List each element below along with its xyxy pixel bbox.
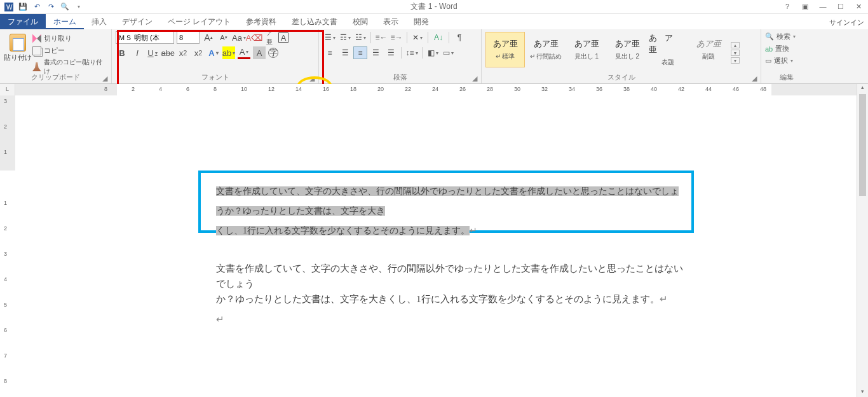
paragraph-launcher-icon[interactable]: ◢ <box>472 74 478 81</box>
ruler-horizontal-wrap: L 82468101214161820222426283032343638404… <box>0 84 868 95</box>
tab-home[interactable]: ホーム <box>46 14 84 29</box>
style-subtitle[interactable]: あア亜副題 <box>689 32 728 67</box>
tab-file[interactable]: ファイル <box>0 14 46 29</box>
replace-icon: ab <box>765 45 773 53</box>
style-title[interactable]: あ ア 亜表題 <box>648 32 688 67</box>
group-editing: 🔍検索▾ ab置換 ▭選択▾ 編集 <box>761 29 812 83</box>
font-color-icon[interactable]: A <box>238 46 250 59</box>
font-name-input[interactable] <box>116 31 174 44</box>
borders-icon[interactable]: ▭ <box>441 46 455 59</box>
group-label: 編集 <box>761 73 812 82</box>
clipboard-launcher-icon[interactable]: ◢ <box>102 74 109 81</box>
font-launcher-icon[interactable]: ◢ <box>309 74 316 81</box>
tab-developer[interactable]: 開発 <box>406 14 437 29</box>
line-spacing-icon[interactable]: ↕≡ <box>405 46 419 59</box>
print-preview-icon[interactable]: 🔍 <box>60 2 70 12</box>
redo-icon[interactable]: ↷ <box>46 2 56 12</box>
increase-indent-icon[interactable]: ≡→ <box>390 31 403 44</box>
quick-access-toolbar: W 💾 ↶ ↷ 🔍 ▾ <box>0 2 84 12</box>
paste-button[interactable]: 貼り付け <box>4 31 32 74</box>
tab-references[interactable]: 参考資料 <box>238 14 284 29</box>
cut-icon <box>32 34 41 43</box>
paste-icon <box>10 34 26 52</box>
show-marks-icon[interactable]: ¶ <box>452 31 466 44</box>
underline-icon[interactable]: U <box>146 46 159 59</box>
distribute-icon[interactable]: ☰ <box>384 46 398 59</box>
italic-icon[interactable]: I <box>131 46 144 59</box>
page-canvas[interactable]: 文書を作成していて、文字の大きさや、行の間隔以外でゆったりとした文書を作成したい… <box>15 95 857 397</box>
scrollbar-up-icon[interactable]: ▴ <box>857 84 868 93</box>
scrollbar-vertical[interactable]: ▴ ▾ <box>857 84 868 397</box>
styles-more[interactable]: ▴▾▾ <box>731 42 740 64</box>
decrease-indent-icon[interactable]: ≡← <box>374 31 388 44</box>
tab-mailings[interactable]: 差し込み文書 <box>284 14 345 29</box>
font-size-input[interactable] <box>177 31 200 44</box>
align-center-icon[interactable]: ☰ <box>338 46 352 59</box>
tab-insert[interactable]: 挿入 <box>84 14 114 29</box>
highlight-icon[interactable]: ab <box>222 46 235 59</box>
close-icon[interactable]: ✕ <box>853 3 864 11</box>
align-left-icon[interactable]: ≡ <box>323 46 337 59</box>
style-normal[interactable]: あア亜↵ 標準 <box>485 32 525 67</box>
cut-button[interactable]: 切り取り <box>32 34 107 43</box>
bold-icon[interactable]: B <box>116 46 128 59</box>
group-label: 段落 <box>319 73 481 82</box>
enclose-char-icon[interactable]: 字 <box>268 48 278 58</box>
title-bar: W 💾 ↶ ↷ 🔍 ▾ 文書 1 - Word ? ▣ — ☐ ✕ <box>0 0 868 14</box>
subscript-icon[interactable]: x2 <box>177 46 189 59</box>
style-heading2[interactable]: あア亜見出し 2 <box>607 32 647 67</box>
copy-button[interactable]: コピー <box>32 46 107 55</box>
asian-layout-icon[interactable]: ✕ <box>410 31 424 44</box>
replace-button[interactable]: ab置換 <box>765 44 808 53</box>
tab-layout[interactable]: ページ レイアウト <box>160 14 238 29</box>
undo-icon[interactable]: ↶ <box>32 2 42 12</box>
sort-icon[interactable]: A↓ <box>431 31 445 44</box>
clear-formatting-icon[interactable]: A⌫ <box>248 31 261 44</box>
style-heading1[interactable]: あア亜見出し 1 <box>567 32 606 67</box>
ruler-vertical[interactable]: 32112345678910 <box>0 95 15 397</box>
scrollbar-thumb[interactable] <box>859 94 866 196</box>
shrink-font-icon[interactable]: A▾ <box>217 31 230 44</box>
paper: 文書を作成していて、文字の大きさや、行の間隔以外でゆったりとした文書を作成したい… <box>117 95 771 397</box>
help-icon[interactable]: ? <box>782 3 793 11</box>
word-app-icon: W <box>4 2 14 12</box>
align-right-icon[interactable]: ≡ <box>353 46 367 59</box>
strikethrough-icon[interactable]: abc <box>161 46 174 59</box>
phonetic-guide-icon[interactable]: ア亜 <box>263 31 276 44</box>
select-button[interactable]: ▭選択▾ <box>765 56 808 66</box>
scrollbar-down-icon[interactable]: ▾ <box>857 388 868 397</box>
ribbon: 貼り付け 切り取り コピー 書式のコピー/貼り付け クリップボード ◢ A▴ A… <box>0 29 868 84</box>
numbering-icon[interactable]: ☶ <box>338 31 352 44</box>
sign-in-link[interactable]: サインイン <box>829 18 864 27</box>
justify-icon[interactable]: ☰ <box>369 46 383 59</box>
style-no-spacing[interactable]: あア亜↵ 行間詰め <box>526 32 566 67</box>
minimize-icon[interactable]: — <box>817 3 829 11</box>
bullets-icon[interactable]: ☰ <box>323 31 337 44</box>
group-font: A▴ A▾ Aa A⌫ ア亜 A B I U abc x2 x2 A ab A … <box>112 29 319 83</box>
find-icon: 🔍 <box>765 32 774 41</box>
save-icon[interactable]: 💾 <box>18 2 28 12</box>
change-case-icon[interactable]: Aa <box>233 31 245 44</box>
grow-font-icon[interactable]: A▴ <box>202 31 215 44</box>
copy-icon <box>32 46 41 55</box>
group-label: スタイル <box>482 73 761 82</box>
shading-icon[interactable]: ◧ <box>426 46 440 59</box>
char-border-icon[interactable]: A <box>278 32 288 43</box>
window-buttons: ? ▣ — ☐ ✕ <box>782 3 868 11</box>
ruler-corner: L <box>0 84 15 95</box>
group-paragraph: ☰ ☶ ☳ ≡← ≡→ ✕ A↓ ¶ ≡ ☰ ≡ ☰ ☰ ↕≡ ◧ ▭ 段落 ◢ <box>319 29 482 83</box>
tab-view[interactable]: 表示 <box>376 14 406 29</box>
char-shading-icon[interactable]: A <box>253 46 266 59</box>
text-effects-icon[interactable]: A <box>207 46 220 59</box>
group-label: フォント <box>112 73 318 82</box>
styles-launcher-icon[interactable]: ◢ <box>752 74 758 81</box>
maximize-icon[interactable]: ☐ <box>835 3 846 11</box>
tab-review[interactable]: 校閲 <box>345 14 376 29</box>
ruler-horizontal[interactable]: 8246810121416182022242628303234363840424… <box>15 84 868 95</box>
qat-more-icon[interactable]: ▾ <box>74 2 84 12</box>
find-button[interactable]: 🔍検索▾ <box>765 32 808 41</box>
superscript-icon[interactable]: x2 <box>192 46 205 59</box>
multilevel-list-icon[interactable]: ☳ <box>353 31 367 44</box>
ribbon-display-icon[interactable]: ▣ <box>799 3 811 11</box>
tab-design[interactable]: デザイン <box>114 14 160 29</box>
